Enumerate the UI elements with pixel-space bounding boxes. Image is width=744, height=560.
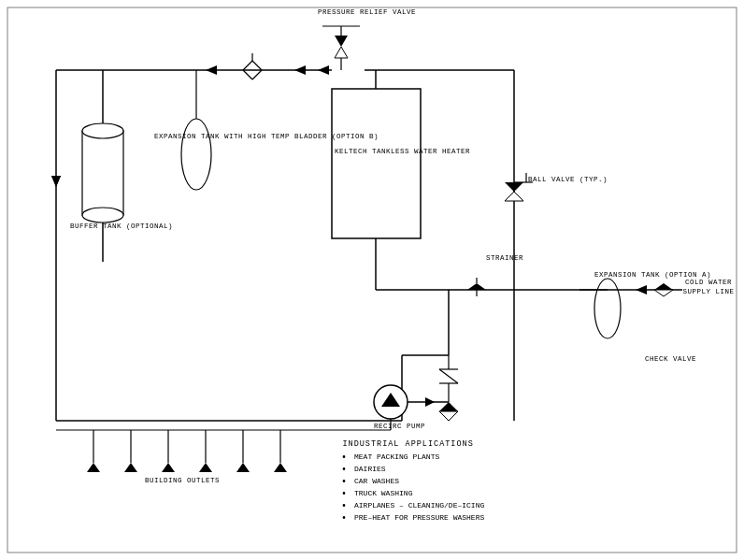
recirc-pump-label: RECIRC PUMP	[374, 423, 425, 432]
list-item: CAR WASHES	[341, 477, 484, 487]
ball-valve-label: BALL VALVE (TYP.)	[528, 176, 608, 185]
svg-marker-31	[505, 192, 523, 201]
svg-line-50	[439, 369, 458, 383]
svg-point-13	[181, 119, 211, 190]
svg-line-16	[243, 70, 252, 79]
building-outlets-label: BUILDING OUTLETS	[145, 477, 220, 486]
diagram-container: PRESSURE RELIEF VALVE EXPANSION TANK WIT…	[0, 0, 744, 560]
svg-line-17	[252, 61, 262, 70]
list-item: PRE–HEAT FOR PRESSURE WASHERS	[341, 513, 484, 524]
check-valve-label: CHECK VALVE	[645, 355, 696, 365]
svg-marker-42	[636, 285, 647, 294]
svg-marker-74	[51, 176, 61, 187]
svg-marker-22	[335, 47, 348, 58]
svg-marker-21	[335, 36, 348, 47]
applications-section: INDUSTRIAL APPLICATIONS MEAT PACKING PLA…	[332, 439, 484, 525]
svg-marker-7	[206, 65, 217, 75]
svg-point-39	[594, 279, 621, 338]
svg-marker-26	[318, 65, 329, 75]
strainer-label: STRAINER	[486, 254, 523, 264]
svg-marker-43	[654, 283, 673, 290]
svg-marker-30	[505, 182, 523, 192]
list-item: DAIRIES	[341, 465, 484, 475]
list-item: AIRPLANES – CLEANING/DE–ICING	[341, 501, 484, 511]
svg-rect-27	[332, 89, 421, 238]
list-item: MEAT PACKING PLANTS	[341, 452, 484, 463]
svg-marker-35	[467, 283, 486, 290]
svg-marker-55	[439, 411, 458, 421]
pressure-relief-valve-label: PRESSURE RELIEF VALVE	[318, 7, 416, 18]
svg-line-15	[243, 61, 252, 70]
svg-marker-44	[654, 290, 673, 296]
buffer-tank-label: BUFFER TANK (OPTIONAL)	[70, 223, 173, 232]
svg-rect-10	[82, 131, 123, 215]
keltech-label: KELTECH TANKLESS WATER HEATER	[335, 148, 470, 157]
svg-marker-71	[199, 463, 212, 472]
svg-marker-72	[236, 463, 250, 472]
svg-marker-73	[274, 463, 287, 472]
svg-marker-59	[425, 397, 435, 407]
svg-marker-20	[294, 65, 306, 75]
applications-title: INDUSTRIAL APPLICATIONS	[332, 439, 484, 449]
applications-list: MEAT PACKING PLANTS DAIRIES CAR WASHES T…	[332, 452, 484, 524]
svg-marker-68	[87, 463, 100, 472]
svg-marker-69	[124, 463, 137, 472]
svg-marker-54	[439, 402, 458, 411]
expansion-tank-b-label: EXPANSION TANK WITH HIGH TEMP BLADDER (O…	[154, 133, 379, 142]
svg-marker-70	[162, 463, 175, 472]
svg-point-11	[82, 123, 123, 138]
svg-line-18	[252, 70, 262, 79]
cold-water-label: COLD WATER SUPPLY LINE	[673, 279, 744, 297]
svg-point-12	[82, 208, 123, 223]
list-item: TRUCK WASHING	[341, 489, 484, 499]
